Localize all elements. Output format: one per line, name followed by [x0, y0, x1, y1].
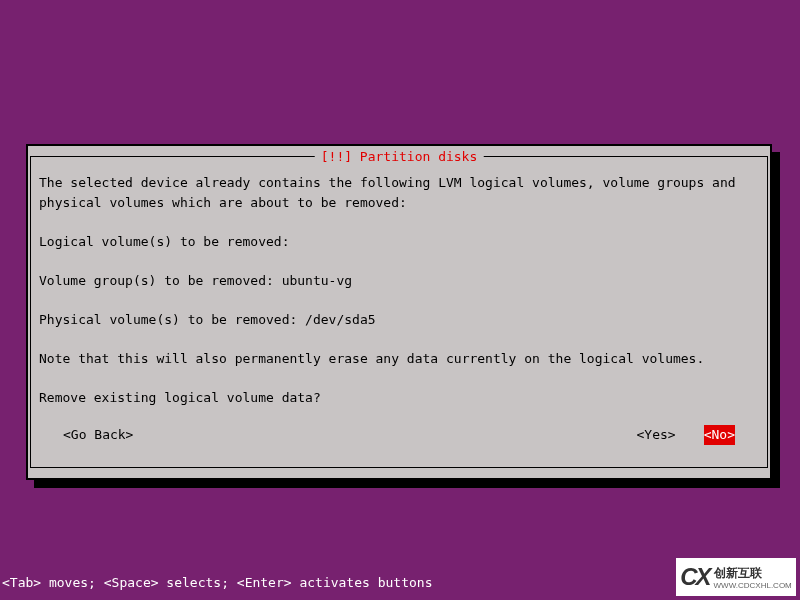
yes-button[interactable]: <Yes> [637, 425, 676, 445]
body-line-10: Note that this will also permanently era… [39, 351, 704, 366]
title-text: [!!] Partition disks [321, 149, 478, 164]
help-text: <Tab> moves; <Space> selects; <Enter> ac… [2, 575, 432, 590]
right-buttons: <Yes> <No> [637, 425, 735, 445]
watermark-text-wrap: 创新互联 WWW.CDCXHL.COM [714, 564, 792, 590]
go-back-button[interactable]: <Go Back> [63, 425, 133, 445]
body-line-6: Volume group(s) to be removed: ubuntu-vg [39, 273, 352, 288]
no-button[interactable]: <No> [704, 425, 735, 445]
help-bar: <Tab> moves; <Space> selects; <Enter> ac… [0, 573, 432, 593]
body-line-2: physical volumes which are about to be r… [39, 195, 407, 210]
dialog-title: [!!] Partition disks [315, 147, 484, 167]
body-line-8: Physical volume(s) to be removed: /dev/s… [39, 312, 376, 327]
watermark-sub: WWW.CDCXHL.COM [714, 582, 792, 590]
watermark-text: 创新互联 [714, 564, 762, 582]
body-line-4: Logical volume(s) to be removed: [39, 234, 289, 249]
watermark: CX 创新互联 WWW.CDCXHL.COM [676, 558, 796, 596]
dialog-inner: [!!] Partition disks The selected device… [30, 156, 768, 468]
watermark-logo: CX [680, 559, 709, 595]
dialog-body: The selected device already contains the… [39, 173, 759, 407]
button-row: <Go Back> <Yes> <No> [39, 425, 759, 445]
body-line-12: Remove existing logical volume data? [39, 390, 321, 405]
partition-dialog: [!!] Partition disks The selected device… [26, 144, 772, 480]
body-line-1: The selected device already contains the… [39, 175, 736, 190]
